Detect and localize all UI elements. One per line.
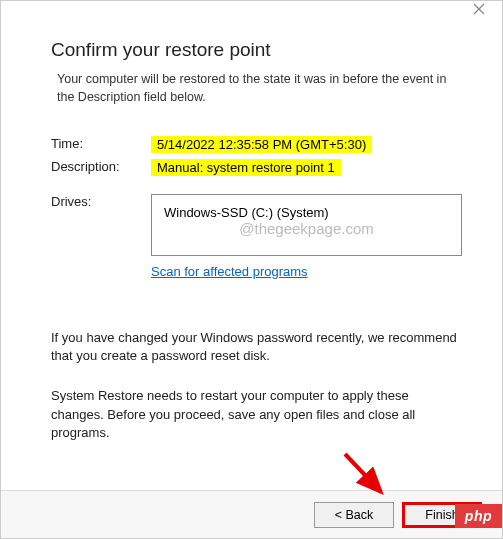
titlebar: [1, 1, 502, 19]
drive-item: Windows-SSD (C:) (System): [164, 205, 329, 220]
time-label: Time:: [51, 136, 151, 153]
php-badge: php: [455, 504, 502, 528]
password-info: If you have changed your Windows passwor…: [51, 329, 462, 365]
back-button[interactable]: < Back: [314, 502, 394, 528]
page-subtext: Your computer will be restored to the st…: [51, 71, 462, 106]
dialog-content: Confirm your restore point Your computer…: [1, 19, 502, 442]
time-value: 5/14/2022 12:35:58 PM (GMT+5:30): [151, 136, 372, 153]
drives-row: Drives: Windows-SSD (C:) (System) @thege…: [51, 194, 462, 256]
description-value-wrap: Manual: system restore point 1: [151, 159, 462, 176]
time-value-wrap: 5/14/2022 12:35:58 PM (GMT+5:30): [151, 136, 462, 153]
restore-point-dialog: Confirm your restore point Your computer…: [0, 0, 503, 539]
button-bar: < Back Finish: [1, 490, 502, 538]
description-value: Manual: system restore point 1: [151, 159, 341, 176]
scan-affected-link[interactable]: Scan for affected programs: [151, 264, 462, 279]
page-title: Confirm your restore point: [51, 39, 462, 61]
close-icon[interactable]: [464, 1, 494, 16]
fields-grid: Time: 5/14/2022 12:35:58 PM (GMT+5:30) D…: [51, 136, 462, 176]
drives-label: Drives:: [51, 194, 151, 209]
restart-info: System Restore needs to restart your com…: [51, 387, 462, 442]
description-label: Description:: [51, 159, 151, 176]
scan-link-row: Scan for affected programs: [51, 264, 462, 279]
svg-line-2: [345, 454, 381, 492]
drives-list: Windows-SSD (C:) (System) @thegeekpage.c…: [151, 194, 462, 256]
watermark: @thegeekpage.com: [239, 220, 373, 237]
